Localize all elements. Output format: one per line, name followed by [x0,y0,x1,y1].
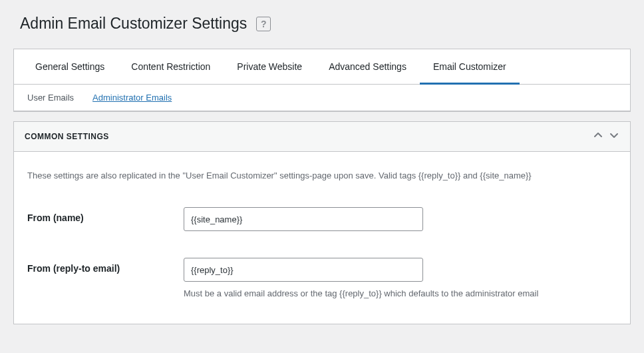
subtab-user-emails[interactable]: User Emails [27,93,74,103]
field-from-name: From (name) [27,207,617,231]
page-title: Admin Email Customizer Settings [20,15,247,33]
tab-general-settings[interactable]: General Settings [22,49,118,85]
from-name-label: From (name) [27,207,184,223]
subtab-administrator-emails[interactable]: Administrator Emails [92,93,172,103]
section-description: These settings are also replicated in th… [27,171,617,180]
from-reply-label: From (reply-to email) [27,258,184,274]
from-reply-help: Must be a valid email address or the tag… [184,288,617,298]
section-body: These settings are also replicated in th… [13,152,631,324]
help-icon[interactable]: ? [256,17,271,31]
tab-content-restriction[interactable]: Content Restriction [118,49,224,85]
from-reply-input[interactable] [184,258,423,282]
from-name-input[interactable] [184,207,423,231]
tabs-primary: General Settings Content Restriction Pri… [14,49,630,85]
tab-advanced-settings[interactable]: Advanced Settings [315,49,420,85]
section-header: COMMON SETTINGS [13,121,631,152]
tabs-panel: General Settings Content Restriction Pri… [13,49,631,112]
chevron-up-icon[interactable] [593,130,603,143]
tab-email-customizer[interactable]: Email Customizer [420,49,520,85]
tab-private-website[interactable]: Private Website [224,49,315,85]
field-from-reply: From (reply-to email) Must be a valid em… [27,258,617,298]
tabs-secondary: User Emails Administrator Emails [14,85,630,111]
section-toggle-icons [593,130,619,143]
section-title: COMMON SETTINGS [25,132,109,141]
chevron-down-icon[interactable] [609,130,619,143]
